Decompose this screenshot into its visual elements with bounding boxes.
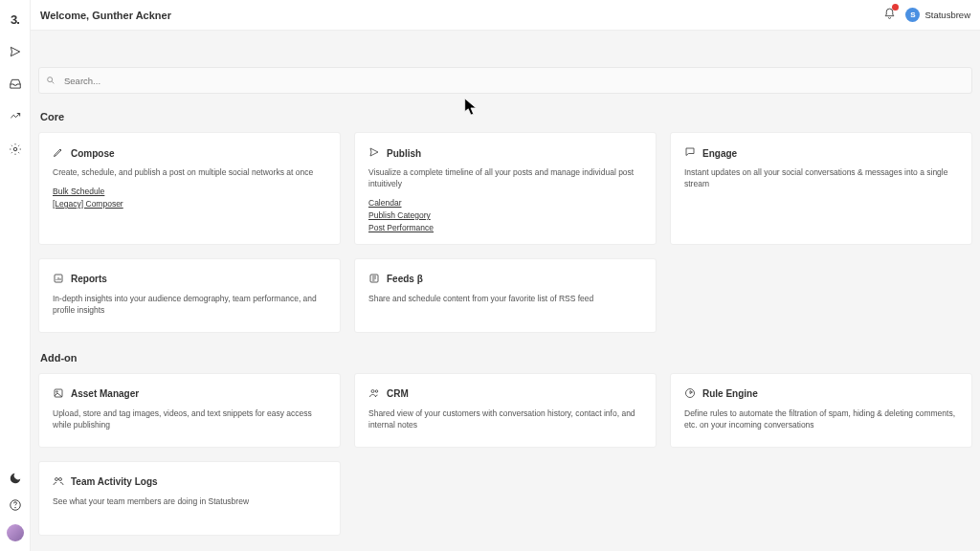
profile-avatar-icon: S <box>905 8 920 22</box>
svg-point-0 <box>13 147 17 151</box>
rule-icon <box>684 386 696 403</box>
theme-toggle-icon[interactable] <box>8 471 23 486</box>
section-addon-title: Add-on <box>40 352 970 364</box>
card-publish[interactable]: Publish Visualize a complete timeline of… <box>354 132 657 245</box>
publish-icon <box>368 144 380 162</box>
card-desc: In-depth insights into your audience dem… <box>53 294 326 317</box>
svg-point-2 <box>14 507 15 508</box>
card-desc: See what your team members are doing in … <box>53 496 326 508</box>
crm-icon <box>368 386 380 403</box>
card-title: Feeds β <box>387 274 423 284</box>
brand-logo[interactable]: 3. <box>8 11 23 27</box>
card-crm[interactable]: CRM Shared view of your customers with c… <box>354 373 657 448</box>
card-team-activity[interactable]: Team Activity Logs See what your team me… <box>38 461 341 536</box>
card-compose[interactable]: Compose Create, schedule, and publish a … <box>38 132 341 245</box>
inbox-nav-icon[interactable] <box>8 77 23 92</box>
page-title: Welcome, Gunther Ackner <box>40 10 171 21</box>
link-post-performance[interactable]: Post Performance <box>368 223 642 232</box>
card-desc: Visualize a complete timeline of all you… <box>368 167 642 190</box>
card-desc: Upload, store and tag images, videos, an… <box>53 408 326 431</box>
image-icon <box>53 386 64 403</box>
link-publish-category[interactable]: Publish Category <box>368 210 642 220</box>
card-title: Reports <box>71 274 107 284</box>
section-core-title: Core <box>40 111 970 122</box>
card-engage[interactable]: Engage Instant updates on all your socia… <box>670 132 972 245</box>
card-title: Engage <box>702 148 737 159</box>
card-reports[interactable]: Reports In-depth insights into your audi… <box>38 258 341 333</box>
card-asset-manager[interactable]: Asset Manager Upload, store and tag imag… <box>38 373 341 448</box>
card-desc: Define rules to automate the filtration … <box>684 408 958 431</box>
svg-point-11 <box>56 477 58 480</box>
svg-point-7 <box>56 391 58 393</box>
activity-icon <box>53 474 64 491</box>
publish-nav-icon[interactable] <box>8 44 23 59</box>
card-feeds[interactable]: Feeds β Share and schedule content from … <box>354 258 657 333</box>
card-desc: Shared view of your customers with conve… <box>368 408 642 431</box>
top-header: Welcome, Gunther Ackner S Statusbrew <box>31 0 980 31</box>
card-rule-engine[interactable]: Rule Engine Define rules to automate the… <box>670 373 972 448</box>
svg-point-8 <box>371 389 374 392</box>
main-content: Welcome, Gunther Ackner S Statusbrew Cor… <box>31 0 980 551</box>
card-title: Compose <box>71 148 115 159</box>
link-legacy-composer[interactable]: [Legacy] Composer <box>53 199 326 209</box>
search-wrap <box>38 67 972 94</box>
notification-badge <box>892 4 899 11</box>
help-icon[interactable] <box>8 497 23 513</box>
compose-icon <box>53 144 64 162</box>
card-title: CRM <box>387 388 409 399</box>
card-title: Asset Manager <box>71 388 139 399</box>
link-calendar[interactable]: Calendar <box>368 198 642 208</box>
card-title: Publish <box>387 148 421 159</box>
profile-name: Statusbrew <box>924 10 970 20</box>
card-title: Team Activity Logs <box>71 476 158 487</box>
card-desc: Share and schedule content from your fav… <box>368 294 642 305</box>
svg-point-9 <box>375 390 378 393</box>
svg-point-12 <box>59 477 62 480</box>
settings-nav-icon[interactable] <box>8 142 23 157</box>
profile-menu[interactable]: S Statusbrew <box>905 8 970 22</box>
feeds-icon <box>368 271 380 288</box>
left-nav-sidebar: 3. <box>0 0 31 551</box>
link-bulk-schedule[interactable]: Bulk Schedule <box>53 187 326 196</box>
reports-nav-icon[interactable] <box>8 109 23 124</box>
user-avatar-icon[interactable] <box>7 524 24 541</box>
reports-icon <box>53 271 64 288</box>
card-desc: Create, schedule, and publish a post on … <box>53 167 326 179</box>
engage-icon <box>684 144 696 162</box>
card-desc: Instant updates on all your social conve… <box>684 167 958 190</box>
search-input[interactable] <box>38 67 972 94</box>
card-title: Rule Engine <box>702 388 758 399</box>
notifications-button[interactable] <box>883 7 896 24</box>
